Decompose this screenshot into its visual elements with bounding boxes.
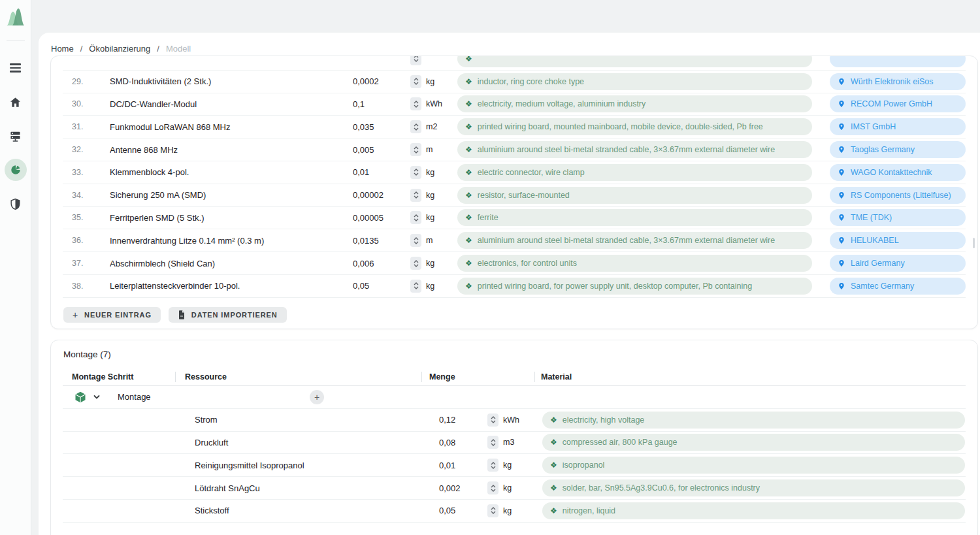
supplier-pill[interactable]: HELUKABEL: [830, 232, 966, 249]
scrollbar-thumb[interactable]: [973, 238, 975, 248]
supplier-pill[interactable]: Würth Elektronik eiSos: [830, 73, 966, 90]
server-icon: [9, 130, 22, 142]
material-pill[interactable]: ❖ ferrite: [457, 209, 812, 226]
material-pill[interactable]: ❖: [457, 56, 812, 67]
material-category-icon: ❖: [465, 236, 472, 244]
quantity-value[interactable]: 0,035: [353, 122, 410, 132]
quantity-stepper[interactable]: [410, 189, 421, 202]
material-pill[interactable]: ❖ aluminium around steel bi-metal strand…: [457, 232, 812, 249]
quantity-stepper[interactable]: [410, 143, 421, 156]
home-icon: [9, 96, 22, 108]
material-pill[interactable]: ❖ nitrogen, liquid: [542, 502, 965, 519]
quantity-value[interactable]: 0,05: [353, 281, 410, 291]
supplier-pill[interactable]: Laird Germany: [830, 255, 966, 272]
chevron-down-icon[interactable]: [92, 393, 101, 402]
column-header-ressource: Ressource: [175, 368, 421, 385]
montage-row: Lötdraht SnAgCu 0,002 kg ❖ solder, bar, …: [63, 477, 966, 500]
breadcrumb-home[interactable]: Home: [51, 44, 74, 54]
quantity-value[interactable]: 0,00002: [353, 190, 410, 200]
table-row: 33. Klemmenblock 4-pol. 0,01 kg ❖ elec: [63, 161, 966, 184]
resource-name: Stickstoff: [175, 506, 421, 515]
material-pill[interactable]: ❖ electric connector, wire clamp: [457, 164, 812, 181]
quantity-value[interactable]: 0,002: [421, 483, 487, 493]
table-row: 38. Leiterplattensteckverbinder 10-pol. …: [63, 275, 966, 298]
table-row: 36. Innenverdrahtung Litze 0.14 mm² (0.3…: [63, 229, 966, 252]
material-label: electricity, high voltage: [563, 415, 645, 425]
new-entry-button[interactable]: + NEUER EINTRAG: [63, 307, 161, 323]
supplier-pill[interactable]: TME (TDK): [830, 209, 966, 226]
quantity-value[interactable]: 0,006: [353, 259, 410, 268]
quantity-value[interactable]: 0,0002: [353, 76, 410, 86]
import-data-button[interactable]: DATEN IMPORTIEREN: [169, 307, 287, 323]
menu-button[interactable]: [5, 57, 27, 79]
material-pill[interactable]: ❖ electricity, medium voltage, aluminium…: [457, 95, 812, 112]
table-row: 34. Sicherung 250 mA (SMD) 0,00002 kg ❖: [63, 184, 966, 207]
quantity-stepper[interactable]: [487, 481, 498, 494]
quantity-value[interactable]: 0,12: [421, 415, 487, 425]
material-category-icon: ❖: [465, 56, 472, 63]
quantity-stepper[interactable]: [410, 234, 421, 247]
material-label: electricity, medium voltage, aluminium i…: [478, 99, 646, 108]
breadcrumb-oekobilanzierung[interactable]: Ökobilanzierung: [89, 44, 150, 54]
quantity-stepper[interactable]: [410, 211, 421, 224]
supplier-pill[interactable]: Samtec Germany: [830, 278, 966, 295]
quantity-value[interactable]: 0,08: [421, 438, 487, 447]
quantity-stepper[interactable]: [410, 75, 421, 88]
breadcrumb-current-modell: Modell: [166, 44, 191, 54]
material-pill[interactable]: ❖ electricity, high voltage: [542, 412, 965, 429]
material-pill[interactable]: ❖ compressed air, 800 kPa gauge: [542, 434, 965, 451]
supplier-label: HELUKABEL: [851, 236, 899, 245]
unit-label: kg: [426, 191, 434, 200]
location-pin-icon: [838, 122, 845, 131]
quantity-stepper[interactable]: [487, 504, 498, 517]
supplier-pill[interactable]: IMST GmbH: [830, 118, 966, 135]
quantity-stepper[interactable]: [410, 97, 421, 110]
component-name: Innenverdrahtung Litze 0.14 mm² (0.3 m): [110, 236, 353, 246]
unit-label: m2: [426, 122, 437, 131]
supplier-label: RECOM Power GmbH: [851, 99, 932, 108]
app-logo-icon[interactable]: [4, 5, 27, 29]
material-pill[interactable]: ❖ printed wiring board, for power supply…: [457, 278, 812, 295]
plus-icon: +: [73, 310, 78, 319]
material-category-icon: ❖: [465, 100, 472, 108]
quantity-stepper[interactable]: [410, 56, 421, 65]
material-pill[interactable]: ❖ aluminium around steel bi-metal strand…: [457, 141, 812, 158]
quantity-stepper[interactable]: [487, 436, 498, 449]
row-number: 35.: [63, 213, 110, 222]
table-row-clipped: ❖: [63, 56, 966, 71]
quantity-stepper[interactable]: [487, 459, 498, 472]
supplier-pill[interactable]: [830, 56, 966, 67]
quantity-value[interactable]: 0,0135: [353, 236, 410, 246]
supplier-pill[interactable]: RECOM Power GmbH: [830, 95, 966, 112]
add-resource-button[interactable]: +: [310, 390, 324, 404]
sidebar-item-lca-active[interactable]: [5, 159, 27, 181]
material-pill[interactable]: ❖ solder, bar, Sn95.5Ag3.9Cu0.6, for ele…: [542, 479, 965, 496]
material-pill[interactable]: ❖ isopropanol: [542, 457, 965, 474]
supplier-pill[interactable]: Taoglas Germany: [830, 141, 966, 158]
material-pill[interactable]: ❖ inductor, ring core choke type: [457, 73, 812, 90]
quantity-stepper[interactable]: [410, 120, 421, 133]
quantity-value[interactable]: 0,1: [353, 99, 410, 109]
quantity-value[interactable]: 0,01: [353, 167, 410, 177]
quantity-stepper[interactable]: [410, 166, 421, 179]
supplier-pill[interactable]: WAGO Kontakttechnik: [830, 164, 966, 181]
sidebar-item-security[interactable]: [5, 193, 27, 215]
quantity-value[interactable]: 0,05: [421, 506, 487, 515]
quantity-value[interactable]: 0,005: [353, 145, 410, 155]
material-pill[interactable]: ❖ printed wiring board, mounted mainboar…: [457, 118, 812, 135]
quantity-value[interactable]: 0,00005: [353, 213, 410, 223]
material-pill[interactable]: ❖ electronics, for control units: [457, 255, 812, 272]
sidebar-item-home[interactable]: [5, 91, 27, 113]
quantity-stepper[interactable]: [410, 280, 421, 293]
quantity-value[interactable]: 0,01: [421, 461, 487, 470]
material-pill[interactable]: ❖ resistor, surface-mounted: [457, 187, 812, 204]
quantity-stepper[interactable]: [410, 257, 421, 270]
sidebar-item-server[interactable]: [5, 125, 27, 147]
row-number: 32.: [63, 145, 110, 154]
supplier-pill[interactable]: RS Components (Littelfuse): [830, 187, 966, 204]
supplier-label: RS Components (Littelfuse): [851, 191, 951, 200]
material-category-icon: ❖: [465, 214, 472, 221]
component-name: Klemmenblock 4-pol.: [110, 167, 353, 177]
quantity-stepper[interactable]: [487, 413, 498, 427]
unit-label: kg: [426, 259, 434, 268]
